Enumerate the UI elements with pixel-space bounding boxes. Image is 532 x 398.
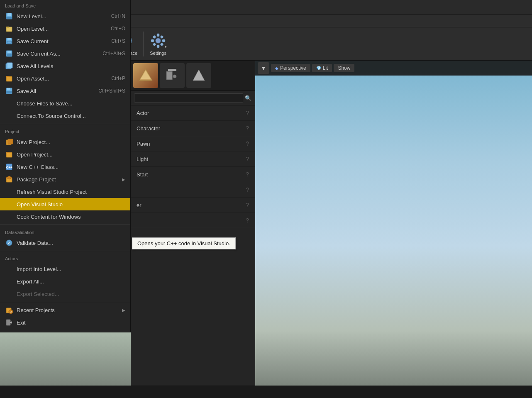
class-item-6[interactable]: ? [131, 182, 255, 198]
thumb-1[interactable] [133, 63, 158, 88]
menu-save-current[interactable]: Save Current Ctrl+S [0, 35, 130, 47]
thumb-2[interactable] [160, 63, 185, 88]
svg-rect-21 [157, 34, 159, 37]
settings-label: Settings [150, 51, 166, 56]
import-label: Import Into Level... [17, 266, 125, 272]
class-help-character[interactable]: ? [246, 125, 249, 132]
svg-rect-50 [7, 63, 12, 68]
open-vs-icon [5, 200, 13, 208]
class-item-er[interactable]: er ? [131, 198, 255, 213]
class-item-light[interactable]: Light ? [131, 151, 255, 167]
class-search-input[interactable] [134, 93, 243, 103]
connect-source-icon [5, 112, 13, 120]
search-icon[interactable]: 🔍 [245, 95, 251, 101]
class-label-start: Start [137, 171, 148, 178]
class-item-character[interactable]: Character ? [131, 121, 255, 136]
menu-new-cpp[interactable]: C++ New C++ Class... [0, 161, 130, 173]
svg-rect-33 [168, 69, 176, 71]
class-item-actor[interactable]: Actor ? [131, 105, 255, 121]
choose-files-icon [5, 99, 13, 107]
class-item-start[interactable]: Start ? [131, 167, 255, 182]
save-current-menu-icon [5, 37, 13, 45]
export-all-icon [5, 277, 13, 286]
svg-rect-54 [7, 88, 10, 90]
class-label-character: Character [137, 125, 160, 132]
divider-3 [0, 251, 130, 251]
save-as-label: Save Current As... [17, 51, 99, 57]
new-level-label: New Level... [17, 13, 108, 20]
open-asset-shortcut: Ctrl+P [111, 76, 125, 81]
viewport-dropdown-button[interactable]: ▼ [258, 62, 269, 74]
menu-validate[interactable]: ✓ Validate Data... [0, 237, 130, 249]
viewport-toolbar: ▼ ◆ Perspective 💎 Lit Show [255, 61, 532, 76]
export-selected-icon [5, 290, 13, 298]
package-icon [5, 175, 13, 183]
menu-refresh-vs[interactable]: Refresh Visual Studio Project [0, 186, 130, 198]
thumb-3[interactable] [186, 63, 211, 88]
menu-open-level[interactable]: Open Level... Ctrl+O [0, 22, 130, 35]
menu-new-level[interactable]: New Level... Ctrl+N [0, 10, 130, 22]
svg-rect-27 [153, 43, 156, 46]
new-level-shortcut: Ctrl+N [111, 13, 125, 19]
class-help-light[interactable]: ? [246, 156, 249, 162]
svg-rect-41 [6, 27, 9, 28]
perspective-button[interactable]: ◆ Perspective [271, 64, 310, 72]
save-as-icon [5, 49, 13, 58]
menu-recent-projects[interactable]: ↺ Recent Projects ▶ [0, 304, 130, 316]
class-label-er: er [137, 202, 142, 208]
class-help-actor[interactable]: ? [246, 110, 249, 116]
menu-new-project[interactable]: New Project... [0, 136, 130, 148]
class-item-8[interactable]: ? [131, 213, 255, 228]
menu-exit[interactable]: Exit [0, 316, 130, 329]
class-item-pawn[interactable]: Pawn ? [131, 136, 255, 151]
menu-open-project[interactable]: Open Project... [0, 148, 130, 161]
recent-projects-icon: ↺ [5, 306, 13, 314]
recent-projects-arrow: ▶ [122, 308, 125, 313]
menu-open-asset[interactable]: Open Asset... Ctrl+P [0, 72, 130, 85]
svg-point-35 [173, 75, 176, 78]
menu-open-vs[interactable]: Open Visual Studio [0, 198, 130, 210]
menu-save-all[interactable]: Save All Ctrl+Shift+S [0, 85, 130, 97]
save-all-label: Save All [17, 88, 95, 94]
open-level-shortcut: Ctrl+O [111, 26, 125, 32]
menu-save-current-as[interactable]: Save Current As... Ctrl+Alt+S [0, 47, 130, 60]
perspective-label: Perspective [280, 65, 306, 71]
svg-rect-28 [160, 43, 164, 46]
app-root: U Minimal_Default File Edit Window Help [0, 0, 532, 398]
cook-content-label: Cook Content for Windows [17, 214, 125, 220]
class-label-actor: Actor [137, 110, 149, 116]
menu-export-all[interactable]: Export All... [0, 275, 130, 288]
lit-button[interactable]: 💎 Lit [312, 64, 332, 72]
menu-import-level[interactable]: Import Into Level... [0, 263, 130, 275]
class-help-er[interactable]: ? [246, 202, 249, 208]
save-current-menu-label: Save Current [17, 38, 108, 44]
svg-point-20 [156, 38, 161, 43]
settings-button[interactable]: ▼ Settings [145, 29, 171, 58]
class-help-8[interactable]: ? [246, 217, 249, 224]
new-project-icon [5, 138, 13, 146]
save-all-levels-icon [5, 62, 13, 70]
show-button[interactable]: Show [334, 64, 354, 72]
export-selected-label: Export Selected... [17, 291, 125, 297]
class-help-pawn[interactable]: ? [246, 140, 249, 147]
svg-rect-57 [8, 139, 13, 144]
svg-rect-25 [153, 35, 156, 39]
save-all-levels-label: Save All Levels [17, 63, 125, 69]
menu-choose-files[interactable]: Choose Files to Save... [0, 97, 130, 110]
perspective-icon-indicator: ◆ [275, 66, 278, 71]
svg-rect-59 [6, 152, 9, 153]
open-level-label: Open Level... [17, 26, 107, 32]
main-viewport: ▼ ◆ Perspective 💎 Lit Show [255, 61, 532, 398]
menu-connect-source[interactable]: Connect To Source Control... [0, 110, 130, 122]
class-help-6[interactable]: ? [246, 186, 249, 193]
open-project-label: Open Project... [17, 151, 125, 158]
divider-4 [0, 302, 130, 302]
class-help-start[interactable]: ? [246, 171, 249, 178]
svg-marker-36 [193, 70, 205, 81]
lit-label: Lit [323, 65, 328, 71]
menu-package[interactable]: Package Project ▶ [0, 173, 130, 186]
recent-projects-label: Recent Projects [17, 307, 120, 313]
new-project-label: New Project... [17, 139, 125, 145]
menu-cook-content[interactable]: Cook Content for Windows [0, 210, 130, 223]
menu-save-all-levels[interactable]: Save All Levels [0, 60, 130, 72]
